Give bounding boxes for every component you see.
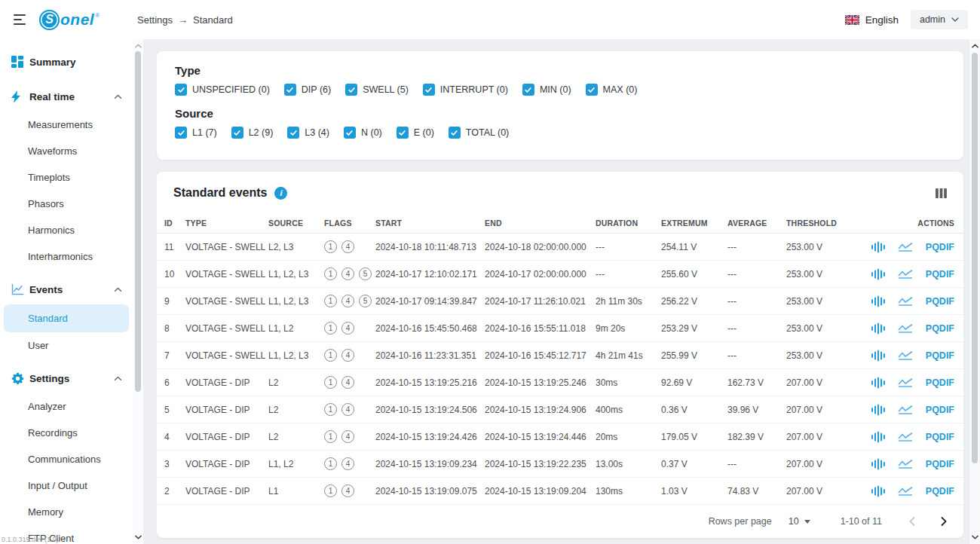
rows-per-page-label: Rows per page <box>709 516 772 527</box>
waveform-icon[interactable] <box>871 295 885 307</box>
filter-checkbox-min-0[interactable]: MIN (0) <box>522 84 571 96</box>
timeplot-chart-icon[interactable] <box>898 404 913 415</box>
sidebar-item-memory[interactable]: Memory <box>0 499 133 525</box>
pqdif-link[interactable]: PQDIF <box>926 296 954 307</box>
waveform-icon[interactable] <box>871 431 885 443</box>
waveform-icon[interactable] <box>871 268 885 280</box>
sidebar-item-waveforms[interactable]: Waveforms <box>0 138 133 164</box>
cell-id: 7 <box>164 350 185 361</box>
app-version: 0.1.0.319.dev (1.0) <box>2 536 59 543</box>
sidebar-item-analyzer[interactable]: Analyzer <box>0 393 133 420</box>
sidebar-item-recordings[interactable]: Recordings <box>0 420 133 446</box>
timeplot-chart-icon[interactable] <box>898 458 913 469</box>
timeplot-chart-icon[interactable] <box>898 485 913 497</box>
timeplot-chart-icon[interactable] <box>898 295 913 307</box>
pqdif-link[interactable]: PQDIF <box>926 350 954 361</box>
pqdif-link[interactable]: PQDIF <box>926 486 954 497</box>
sidebar-group-real-time[interactable]: Real time <box>0 81 133 112</box>
checkbox-checked-icon <box>586 84 598 96</box>
cell-id: 5 <box>164 405 185 415</box>
chevron-up-icon <box>114 94 122 99</box>
app-window: Sonel® Settings → Standard English admin <box>0 0 980 544</box>
scrollbar-thumb[interactable] <box>972 53 978 463</box>
sidebar-item-communications[interactable]: Communications <box>0 446 133 472</box>
filter-checkbox-unspecified-0[interactable]: UNSPECIFIED (0) <box>175 84 270 96</box>
sidebar-item-phasors[interactable]: Phasors <box>0 191 133 217</box>
flag-badge: 1 <box>324 240 337 253</box>
cell-duration: 2h 11m 30s <box>596 296 661 307</box>
language-switcher[interactable]: English <box>845 14 899 26</box>
next-page-icon[interactable] <box>941 517 947 526</box>
scroll-down-icon[interactable] <box>969 533 980 542</box>
user-menu-button[interactable]: admin <box>911 10 968 29</box>
filter-checkbox-max-0[interactable]: MAX (0) <box>586 84 638 96</box>
sidebar-item-measurements[interactable]: Measurements <box>0 112 133 138</box>
filter-checkbox-l3-4[interactable]: L3 (4) <box>287 127 329 139</box>
timeplot-chart-icon[interactable] <box>898 431 913 442</box>
pqdif-link[interactable]: PQDIF <box>926 459 954 469</box>
waveform-icon[interactable] <box>871 377 885 389</box>
cell-source: L1, L2 <box>268 459 324 469</box>
dropdown-arrow-icon <box>804 520 810 524</box>
cell-threshold: 253.00 V <box>786 350 858 361</box>
filter-checkbox-swell-5[interactable]: SWELL (5) <box>345 84 409 96</box>
info-icon[interactable]: i <box>274 187 287 200</box>
cell-flags: 14 <box>324 430 375 443</box>
filter-checkbox-e-0[interactable]: E (0) <box>397 127 434 139</box>
column-header-average: AVERAGE <box>727 219 786 228</box>
pqdif-link[interactable]: PQDIF <box>926 432 954 442</box>
timeplot-chart-icon[interactable] <box>898 377 913 388</box>
cell-threshold: 253.00 V <box>786 242 858 252</box>
waveform-icon[interactable] <box>871 241 885 253</box>
waveform-icon[interactable] <box>871 322 885 335</box>
cell-duration: 400ms <box>596 405 661 415</box>
scroll-down-icon[interactable] <box>133 533 143 542</box>
user-name: admin <box>920 14 945 25</box>
sidebar-item-input-output[interactable]: Input / Output <box>0 472 133 499</box>
pqdif-link[interactable]: PQDIF <box>926 242 954 252</box>
filter-checkbox-total-0[interactable]: TOTAL (0) <box>449 127 509 139</box>
filter-checkbox-dip-6[interactable]: DIP (6) <box>284 84 331 96</box>
flag-badge: 4 <box>341 240 354 253</box>
waveform-icon[interactable] <box>871 485 885 497</box>
sidebar-group-summary[interactable]: Summary <box>0 47 133 77</box>
filter-checkbox-interrupt-0[interactable]: INTERRUPT (0) <box>423 84 508 96</box>
scrollbar-thumb[interactable] <box>135 51 141 392</box>
menu-icon[interactable] <box>14 14 27 25</box>
cell-end: 2024-10-18 02:00:00.000 <box>485 242 596 252</box>
sidebar-item-harmonics[interactable]: Harmonics <box>0 217 133 243</box>
pqdif-link[interactable]: PQDIF <box>926 405 954 415</box>
filter-checkbox-l1-7[interactable]: L1 (7) <box>175 127 217 139</box>
waveform-icon[interactable] <box>871 458 885 470</box>
flag-badge: 1 <box>324 349 337 362</box>
waveform-icon[interactable] <box>871 350 885 362</box>
sidebar-item-interharmonics[interactable]: Interharmonics <box>0 243 133 270</box>
pqdif-link[interactable]: PQDIF <box>926 377 954 388</box>
scroll-up-icon[interactable] <box>969 41 980 50</box>
filter-checkbox-n-0[interactable]: N (0) <box>344 127 382 139</box>
checkbox-label: UNSPECIFIED (0) <box>192 84 270 95</box>
waveform-icon[interactable] <box>871 404 885 416</box>
timeplot-chart-icon[interactable] <box>898 268 913 280</box>
sidebar-item-user[interactable]: User <box>0 332 133 359</box>
sidebar-group-events[interactable]: Events <box>0 274 133 304</box>
checkbox-label: DIP (6) <box>302 84 331 95</box>
pqdif-link[interactable]: PQDIF <box>926 269 954 280</box>
rows-per-page-select[interactable]: 10 <box>789 516 810 527</box>
sidebar-item-standard[interactable]: Standard <box>4 304 129 332</box>
sidebar-scrollbar[interactable] <box>133 39 143 544</box>
column-settings-icon[interactable] <box>936 188 947 198</box>
sonel-logo[interactable]: Sonel® <box>39 10 100 30</box>
breadcrumb-section[interactable]: Settings <box>137 14 173 26</box>
timeplot-chart-icon[interactable] <box>898 241 913 252</box>
timeplot-chart-icon[interactable] <box>898 322 913 334</box>
sidebar-group-settings[interactable]: Settings <box>0 363 133 393</box>
filter-checkbox-l2-9[interactable]: L2 (9) <box>231 127 274 139</box>
previous-page-icon[interactable] <box>909 517 915 526</box>
sidebar-item-timeplots[interactable]: Timeplots <box>0 164 133 191</box>
checkbox-label: L2 (9) <box>249 127 274 138</box>
pqdif-link[interactable]: PQDIF <box>926 323 954 334</box>
scroll-up-icon[interactable] <box>133 41 143 50</box>
timeplot-chart-icon[interactable] <box>898 350 913 361</box>
main-scrollbar[interactable] <box>969 39 980 544</box>
